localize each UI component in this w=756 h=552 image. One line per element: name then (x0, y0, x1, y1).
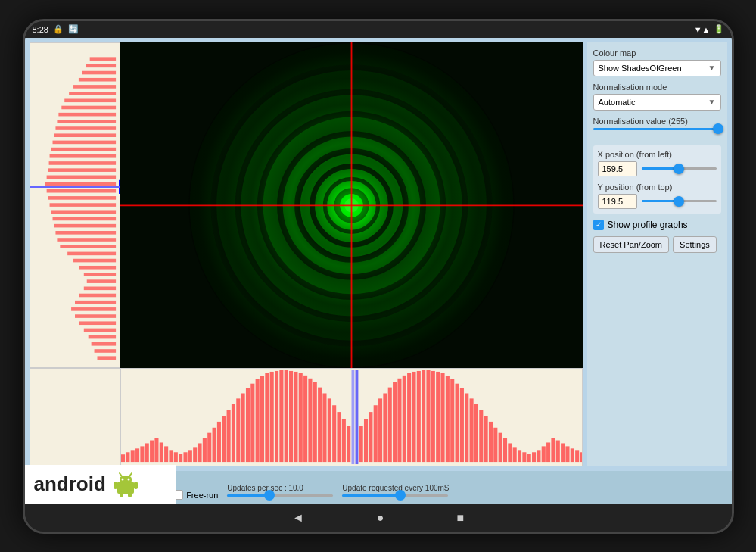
svg-rect-19 (45, 182, 115, 186)
svg-rect-130 (440, 373, 444, 462)
svg-rect-138 (479, 410, 483, 462)
button-row: Reset Pan/Zoom Settings (593, 236, 721, 253)
svg-rect-128 (431, 371, 434, 462)
svg-rect-78 (193, 448, 197, 463)
svg-rect-86 (231, 404, 235, 462)
freerun-row[interactable]: Free-run (173, 490, 218, 500)
svg-rect-73 (169, 451, 173, 463)
svg-rect-64 (126, 452, 129, 462)
svg-rect-118 (383, 394, 387, 463)
show-profile-checkbox-row[interactable]: ✓ Show profile graphs (593, 220, 721, 230)
back-button[interactable]: ◄ (286, 508, 310, 528)
status-time: 8:28 (33, 25, 48, 34)
recent-button[interactable]: ■ (450, 508, 470, 528)
freerun-label: Free-run (186, 491, 218, 500)
home-button[interactable]: ● (371, 508, 390, 528)
android-text: android (34, 472, 106, 496)
status-bar: 8:28 🔒 🔄 ▼▲ 🔋 (25, 21, 732, 38)
svg-rect-26 (55, 231, 116, 235)
svg-rect-89 (245, 388, 249, 462)
corner-svg (30, 369, 121, 467)
x-position-input-row (598, 161, 717, 176)
svg-rect-143 (502, 438, 506, 463)
svg-rect-168 (120, 493, 123, 497)
svg-rect-122 (402, 376, 406, 462)
svg-rect-12 (54, 133, 116, 137)
svg-rect-161 (120, 476, 132, 483)
normalisation-value-thumb[interactable] (713, 123, 723, 134)
svg-rect-65 (130, 451, 134, 463)
svg-line-163 (129, 473, 132, 476)
colour-map-dropdown[interactable]: Show ShadesOfGreen ▼ (593, 60, 721, 76)
svg-rect-83 (216, 422, 220, 462)
x-position-slider[interactable] (642, 167, 717, 170)
lock-icon: 🔒 (53, 24, 64, 34)
y-position-slider[interactable] (642, 200, 717, 202)
svg-rect-29 (67, 251, 116, 255)
svg-rect-16 (48, 161, 116, 165)
svg-rect-68 (145, 444, 148, 463)
svg-rect-30 (73, 258, 116, 262)
updates-per-sec-slider[interactable] (227, 494, 333, 497)
controls-panel: Colour map Show ShadesOfGreen ▼ Normalis… (587, 42, 727, 467)
update-requested-thumb[interactable] (395, 490, 406, 501)
updates-per-sec-track (227, 494, 269, 497)
svg-rect-79 (198, 444, 201, 463)
svg-rect-123 (407, 373, 411, 462)
svg-rect-146 (517, 451, 521, 463)
main-area: Colour map Show ShadesOfGreen ▼ Normalis… (25, 38, 732, 472)
show-profile-checkbox[interactable]: ✓ (593, 220, 604, 230)
svg-rect-92 (260, 376, 263, 462)
svg-rect-154 (555, 441, 559, 463)
visualization-panel (30, 42, 583, 467)
svg-rect-131 (445, 376, 449, 462)
reset-pan-zoom-button[interactable]: Reset Pan/Zoom (593, 236, 670, 253)
normalisation-value-slider[interactable] (593, 128, 721, 130)
wifi-icon: ▼▲ (694, 25, 711, 34)
svg-rect-32 (83, 273, 115, 276)
svg-rect-61 (30, 369, 121, 467)
svg-rect-63 (121, 454, 125, 462)
updates-per-sec-thumb[interactable] (264, 490, 275, 501)
y-position-input[interactable] (598, 194, 637, 209)
svg-rect-157 (570, 449, 574, 463)
main-image-area[interactable] (120, 42, 583, 369)
normalisation-mode-dropdown[interactable]: Automatic ▼ (593, 94, 721, 111)
x-position-input[interactable] (598, 161, 637, 176)
svg-line-162 (120, 473, 122, 476)
svg-rect-110 (337, 412, 341, 462)
colour-map-selected: Show ShadesOfGreen (599, 64, 682, 73)
status-left: 8:28 🔒 🔄 (33, 24, 79, 34)
y-position-input-row (598, 194, 717, 209)
svg-rect-74 (173, 452, 177, 462)
svg-rect-22 (49, 203, 116, 207)
svg-rect-144 (508, 444, 512, 463)
svg-rect-145 (512, 448, 516, 463)
svg-rect-43 (94, 349, 116, 353)
normalisation-mode-selected: Automatic (599, 98, 636, 107)
y-position-thumb[interactable] (674, 196, 684, 207)
settings-button[interactable]: Settings (673, 236, 717, 253)
svg-rect-18 (46, 175, 115, 179)
svg-rect-115 (369, 412, 372, 462)
colour-map-arrow: ▼ (708, 64, 716, 72)
svg-rect-33 (86, 279, 115, 283)
svg-rect-103 (303, 376, 307, 462)
svg-rect-80 (202, 438, 206, 463)
status-right: ▼▲ 🔋 (694, 24, 724, 34)
update-requested-slider[interactable] (342, 494, 448, 497)
side-profile (30, 42, 120, 369)
bottom-profile (120, 368, 583, 466)
svg-rect-124 (412, 372, 415, 462)
svg-rect-27 (57, 238, 116, 242)
svg-rect-39 (79, 321, 115, 325)
normalisation-value-label: Normalisation value (255) (593, 117, 721, 126)
svg-rect-101 (294, 372, 297, 462)
colour-map-label: Colour map (593, 48, 721, 58)
svg-rect-148 (527, 454, 530, 462)
svg-rect-1 (89, 57, 115, 61)
svg-rect-104 (308, 379, 312, 462)
y-position-row: Y position (from top) (598, 182, 717, 209)
svg-rect-28 (60, 245, 116, 248)
x-position-thumb[interactable] (674, 164, 684, 174)
